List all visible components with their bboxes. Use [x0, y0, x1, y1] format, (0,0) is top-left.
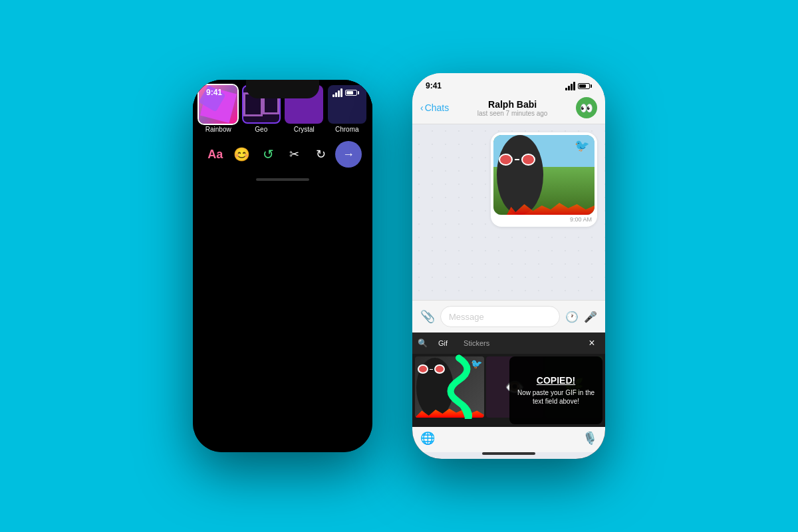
emoji-button[interactable]: 😊 — [229, 142, 253, 166]
right-home-indicator — [482, 452, 535, 455]
loop-button[interactable]: ↺ — [256, 142, 280, 166]
contact-status: last seen 7 minutes ago — [454, 110, 571, 117]
copied-text: Now paste your GIF in the text field abo… — [515, 388, 597, 406]
text-tool-button[interactable]: Aa — [203, 142, 227, 166]
left-home-indicator — [256, 178, 309, 181]
message-bubble: 🐦 9:00 AM — [491, 132, 597, 227]
left-phone: 9:41 — [193, 80, 372, 452]
keyboard-bottom-bar: 🌐 🎙️ — [412, 427, 605, 452]
tab-gif[interactable]: Gif — [433, 336, 453, 350]
left-status-bar: 9:41 — [193, 80, 372, 101]
messages-area: 🐦 9:00 AM — [412, 124, 605, 300]
gif-panel-search: 🔍 — [418, 338, 428, 348]
globe-button[interactable]: 🌐 — [420, 431, 435, 446]
right-status-bar: 9:41 — [412, 73, 605, 94]
scissors-button[interactable]: ✂ — [283, 142, 307, 166]
left-time: 9:41 — [206, 88, 222, 97]
next-button[interactable]: → — [335, 141, 362, 168]
signal-icon — [332, 88, 342, 97]
msg-timestamp: 9:00 AM — [493, 215, 595, 224]
gif-left-lens — [418, 364, 428, 374]
msg-glasses — [499, 154, 535, 166]
msg-left-lens — [499, 154, 513, 166]
gif-panel-close[interactable]: × — [584, 335, 600, 351]
message-input[interactable]: Message — [440, 306, 560, 327]
redo-button[interactable]: ↻ — [309, 142, 332, 166]
right-battery-icon — [578, 83, 592, 89]
right-signal-icon — [565, 82, 575, 90]
left-phone-screen: 9:41 — [193, 80, 372, 452]
rainbow-label: Rainbow — [205, 126, 231, 133]
right-status-icons — [565, 82, 592, 90]
mic-button[interactable]: 🎙️ — [583, 431, 597, 446]
right-time: 9:41 — [426, 81, 442, 90]
message-placeholder: Message — [449, 312, 484, 322]
msg-right-lens — [521, 154, 535, 166]
mic-icon[interactable]: 🎤 — [584, 311, 597, 323]
msg-bird: 🐦 — [575, 138, 589, 153]
battery-icon — [345, 90, 359, 96]
gif-tabs[interactable]: Gif Stickers — [433, 336, 495, 350]
message-image: 🐦 — [493, 135, 595, 215]
tab-stickers[interactable]: Stickers — [458, 336, 495, 350]
chat-title: Ralph Babi last seen 7 minutes ago — [454, 99, 571, 117]
copied-title: COPIED! — [537, 375, 575, 386]
squiggle-decoration — [432, 352, 485, 419]
geo-label: Geo — [255, 126, 267, 133]
copied-overlay: COPIED! Now paste your GIF in the text f… — [509, 356, 602, 424]
left-status-icons — [332, 88, 359, 97]
chat-input-area: 📎 Message 🕐 🎤 — [412, 300, 605, 332]
clock-icon[interactable]: 🕐 — [565, 311, 579, 323]
contact-avatar: 👀 — [576, 97, 597, 118]
contact-name: Ralph Babi — [454, 99, 571, 110]
crystal-label: Crystal — [294, 126, 315, 133]
chroma-label: Chroma — [335, 126, 359, 133]
back-button[interactable]: ‹ Chats — [420, 102, 449, 113]
msg-bridge — [515, 159, 519, 160]
action-bar: Aa 😊 ↺ ✂ ↻ → — [196, 137, 370, 178]
gif-panel-header: 🔍 Gif Stickers × — [412, 332, 605, 354]
scene: 9:41 — [193, 73, 605, 459]
attach-button[interactable]: 📎 — [420, 309, 435, 324]
search-icon[interactable]: 🔍 — [418, 338, 428, 348]
